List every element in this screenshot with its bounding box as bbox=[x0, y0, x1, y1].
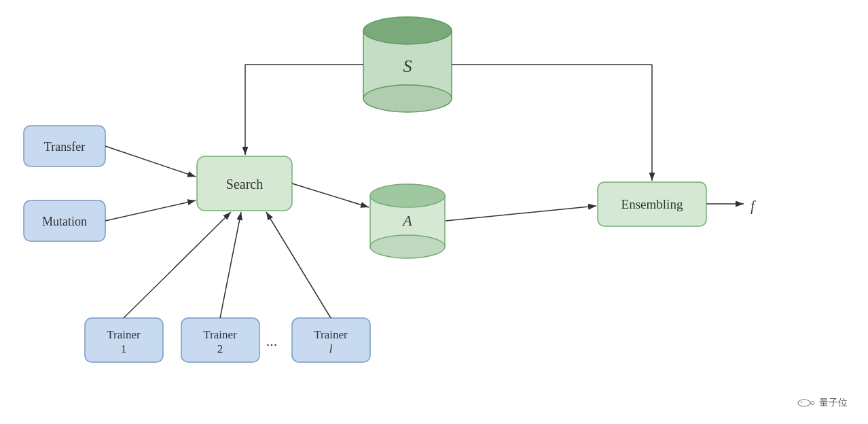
watermark-text: 量子位 bbox=[819, 397, 848, 409]
trainer2-line2: 2 bbox=[217, 342, 223, 355]
trainer2-line1: Trainer bbox=[203, 328, 237, 341]
svg-point-3 bbox=[363, 17, 452, 44]
search-label: Search bbox=[226, 177, 263, 192]
trainer1-line2: 1 bbox=[121, 342, 127, 355]
cylinder-s-label: S bbox=[403, 56, 412, 76]
svg-point-27 bbox=[801, 402, 802, 403]
svg-point-5 bbox=[370, 235, 445, 258]
f-label: f bbox=[751, 198, 756, 214]
svg-line-24 bbox=[220, 212, 241, 318]
watermark: 量子位 bbox=[796, 395, 848, 410]
transfer-label: Transfer bbox=[44, 140, 85, 154]
svg-point-2 bbox=[363, 85, 452, 112]
ensembling-label: Ensembling bbox=[621, 197, 683, 211]
mutation-label: Mutation bbox=[42, 215, 87, 228]
svg-line-23 bbox=[124, 212, 231, 318]
diagram-svg: S A Transfer Mutation Search Ensembling … bbox=[0, 0, 868, 424]
svg-point-26 bbox=[798, 400, 810, 406]
diagram-container: S A Transfer Mutation Search Ensembling … bbox=[0, 0, 868, 424]
svg-line-25 bbox=[266, 212, 331, 318]
svg-line-15 bbox=[105, 200, 196, 221]
watermark-icon bbox=[796, 395, 815, 410]
svg-point-6 bbox=[370, 184, 445, 207]
trainerl-line1: Trainer bbox=[314, 328, 348, 341]
dots-label: ... bbox=[266, 332, 278, 349]
svg-line-16 bbox=[292, 183, 369, 207]
svg-line-14 bbox=[105, 146, 196, 177]
svg-line-17 bbox=[446, 206, 596, 221]
trainer1-line1: Trainer bbox=[107, 328, 141, 341]
cylinder-a-label: A bbox=[401, 212, 412, 229]
trainerl-line2: l bbox=[329, 342, 333, 355]
